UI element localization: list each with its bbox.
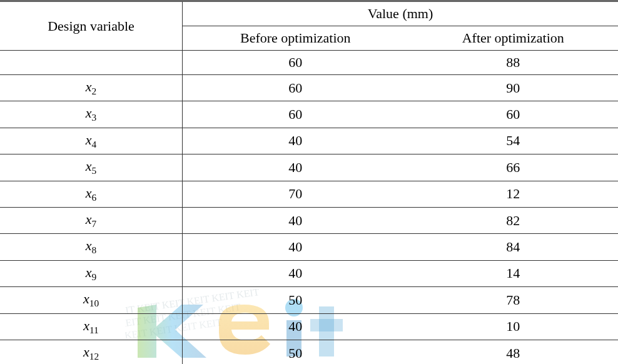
variable-subscript: 11 (89, 325, 99, 335)
variable-cell: x8 (0, 234, 183, 260)
after-cell: 82 (408, 207, 618, 233)
variable-base: x (86, 265, 92, 280)
variable-base: x (83, 318, 89, 333)
variable-base: x (83, 291, 89, 306)
optimization-values-table: Design variable Value (mm) Before optimi… (0, 0, 618, 364)
variable-cell: x7 (0, 207, 183, 233)
table-row: x74082 (0, 207, 618, 233)
before-cell: 60 (183, 51, 408, 75)
variable-cell: x2 (0, 75, 183, 101)
table-row: x114010 (0, 313, 618, 340)
table-row: x26090 (0, 75, 618, 101)
variable-subscript: 2 (92, 86, 97, 96)
after-cell: 10 (408, 313, 618, 340)
after-cell: 88 (408, 51, 618, 75)
before-cell: 40 (183, 207, 408, 233)
before-cell: 40 (183, 128, 408, 154)
table-row: x44054 (0, 128, 618, 154)
after-cell: 54 (408, 128, 618, 154)
variable-base: x (86, 158, 92, 174)
variable-base: x (83, 344, 89, 360)
variable-cell: x11 (0, 313, 183, 340)
header-design-variable: Design variable (0, 1, 183, 51)
variable-base: x (86, 132, 92, 148)
variable-cell: x10 (0, 287, 183, 313)
variable-cell: x5 (0, 154, 183, 181)
table-row: x84084 (0, 234, 618, 260)
variable-subscript: 9 (92, 271, 97, 282)
variable-base: x (86, 238, 92, 253)
before-cell: 40 (183, 234, 408, 260)
variable-subscript: 8 (92, 245, 97, 256)
table-row: x125048 (0, 340, 618, 364)
after-cell: 12 (408, 181, 618, 207)
variable-cell: x9 (0, 260, 183, 286)
table-row: 6088 (0, 51, 618, 75)
variable-cell (0, 51, 183, 75)
after-cell: 66 (408, 154, 618, 181)
variable-base: x (86, 185, 92, 201)
after-cell: 90 (408, 75, 618, 101)
after-cell: 78 (408, 287, 618, 313)
variable-cell: x12 (0, 340, 183, 364)
header-after: After optimization (408, 26, 618, 51)
variable-subscript: 5 (92, 166, 97, 176)
variable-subscript: 7 (92, 218, 97, 229)
before-cell: 40 (183, 260, 408, 286)
after-cell: 84 (408, 234, 618, 260)
table-row: x67012 (0, 181, 618, 207)
variable-subscript: 3 (92, 113, 97, 123)
before-cell: 40 (183, 313, 408, 340)
variable-subscript: 12 (89, 351, 99, 361)
before-cell: 70 (183, 181, 408, 207)
variable-cell: x4 (0, 128, 183, 154)
before-cell: 40 (183, 154, 408, 181)
table-row: x36060 (0, 101, 618, 128)
before-cell: 50 (183, 287, 408, 313)
header-before: Before optimization (183, 26, 408, 51)
before-cell: 50 (183, 340, 408, 364)
variable-subscript: 10 (89, 298, 99, 309)
after-cell: 48 (408, 340, 618, 364)
variable-cell: x6 (0, 181, 183, 207)
table-body: 6088x26090x36060x44054x54066x67012x74082… (0, 51, 618, 365)
variable-base: x (86, 105, 92, 121)
variable-subscript: 6 (92, 192, 97, 203)
header-value: Value (mm) (183, 1, 618, 26)
after-cell: 60 (408, 101, 618, 128)
variable-base: x (86, 211, 92, 227)
table-row: x105078 (0, 287, 618, 313)
variable-base: x (86, 79, 92, 94)
before-cell: 60 (183, 75, 408, 101)
variable-subscript: 4 (92, 139, 97, 149)
table-row: x94014 (0, 260, 618, 286)
variable-cell: x3 (0, 101, 183, 128)
table-row: x54066 (0, 154, 618, 181)
before-cell: 60 (183, 101, 408, 128)
after-cell: 14 (408, 260, 618, 286)
